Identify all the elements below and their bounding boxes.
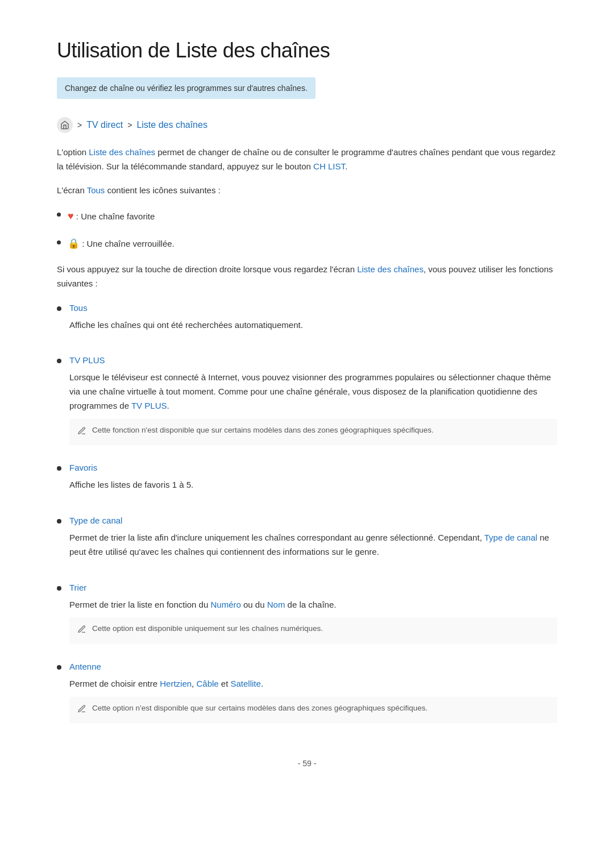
heart-icon: ♥ : Une chaîne favorite — [68, 208, 155, 225]
type-canal-before: Permet de trier la liste afin d'inclure … — [69, 533, 484, 542]
section-title-tv-plus: TV PLUS — [69, 354, 557, 367]
section-type-de-canal: Type de canal Permet de trier la liste a… — [57, 514, 557, 565]
section-title-favoris: Favoris — [69, 461, 557, 475]
section-body-tv-plus: Lorsque le téléviseur est connecté à Int… — [69, 371, 557, 413]
bullet-antenne — [57, 665, 61, 670]
tv-plus-body-after: . — [167, 401, 169, 410]
note-text-tv-plus: Cette fonction n'est disponible que sur … — [92, 425, 434, 436]
link-nom[interactable]: Nom — [267, 600, 285, 609]
section-body-favoris: Affiche les listes de favoris 1 à 5. — [69, 478, 557, 492]
icons-list: ♥ : Une chaîne favorite 🔒 : Une chaîne v… — [57, 208, 557, 251]
trier-after: de la chaîne. — [285, 600, 336, 609]
pencil-icon-tv-plus — [77, 425, 86, 440]
intro-para2-after: contient les icônes suivantes : — [105, 185, 220, 195]
antenne-before: Permet de choisir entre — [69, 679, 160, 688]
bullet-favoris — [57, 466, 61, 471]
section-content-antenne: Antenne Permet de choisir entre Hertzien… — [69, 660, 557, 723]
section-title-tous: Tous — [69, 301, 557, 315]
section-title-type-canal: Type de canal — [69, 514, 557, 528]
bullet-tv-plus — [57, 359, 61, 363]
bullet-trier — [57, 586, 61, 591]
section-body-antenne: Permet de choisir entre Hertzien, Câble … — [69, 677, 557, 691]
pencil-icon-trier — [77, 624, 86, 638]
note-text-antenne: Cette option n'est disponible que sur ce… — [92, 703, 428, 714]
link-satellite[interactable]: Satellite — [231, 679, 261, 688]
breadcrumb-separator-2: > — [127, 119, 132, 131]
link-type-canal[interactable]: Type de canal — [484, 533, 537, 542]
intro-para-2: L'écran Tous contient les icônes suivant… — [57, 184, 557, 198]
section-content-tous: Tous Affiche les chaînes qui ont été rec… — [69, 301, 557, 338]
sections-list: Tous Affiche les chaînes qui ont été rec… — [57, 301, 557, 724]
section-content-type-canal: Type de canal Permet de trier la liste a… — [69, 514, 557, 565]
section-favoris: Favoris Affiche les listes de favoris 1 … — [57, 461, 557, 498]
link-tv-plus[interactable]: TV PLUS — [131, 401, 167, 410]
bullet-dot-heart — [57, 213, 61, 217]
section-body-trier: Permet de trier la liste en fonction du … — [69, 598, 557, 612]
trier-mid: ou du — [241, 600, 267, 609]
intro-para1-after: . — [345, 161, 347, 171]
antenne-sep2: et — [219, 679, 231, 688]
note-tv-plus: Cette fonction n'est disponible que sur … — [69, 419, 557, 446]
page-footer: - 59 - — [57, 757, 557, 770]
section-content-favoris: Favoris Affiche les listes de favoris 1 … — [69, 461, 557, 498]
section-title-antenne: Antenne — [69, 660, 557, 674]
link-hertzien[interactable]: Hertzien — [160, 679, 192, 688]
link-cable[interactable]: Câble — [196, 679, 218, 688]
section-tous: Tous Affiche les chaînes qui ont été rec… — [57, 301, 557, 338]
note-text-trier: Cette option est disponible uniquement s… — [92, 623, 323, 634]
bullet-dot-lock — [57, 240, 61, 244]
section-body-type-canal: Permet de trier la liste afin d'inclure … — [69, 531, 557, 559]
list-item-heart: ♥ : Une chaîne favorite — [57, 208, 557, 225]
intro-para1-before: L'option — [57, 147, 89, 157]
section-body-tous: Affiche les chaînes qui ont été recherch… — [69, 318, 557, 333]
link-liste-chaines-1[interactable]: Liste des chaînes — [89, 147, 155, 157]
breadcrumb: > TV direct > Liste des chaînes — [57, 117, 557, 133]
breadcrumb-tv-direct: TV direct — [86, 118, 123, 132]
direction-before: Si vous appuyez sur la touche de directi… — [57, 264, 357, 274]
page-title: Utilisation de Liste des chaînes — [57, 34, 557, 67]
section-antenne: Antenne Permet de choisir entre Hertzien… — [57, 660, 557, 723]
section-tv-plus: TV PLUS Lorsque le téléviseur est connec… — [57, 354, 557, 445]
section-title-trier: Trier — [69, 581, 557, 595]
intro-para2-before: L'écran — [57, 185, 87, 195]
lock-icon: 🔒 : Une chaîne verrouillée. — [68, 236, 175, 251]
note-antenne: Cette option n'est disponible que sur ce… — [69, 697, 557, 724]
list-item-lock: 🔒 : Une chaîne verrouillée. — [57, 236, 557, 251]
pencil-icon-antenne — [77, 703, 86, 718]
link-liste-chaines-2[interactable]: Liste des chaînes — [357, 264, 424, 274]
link-tous-intro[interactable]: Tous — [87, 185, 105, 195]
trier-before: Permet de trier la liste en fonction du — [69, 600, 210, 609]
link-numero[interactable]: Numéro — [210, 600, 240, 609]
breadcrumb-separator-1: > — [77, 119, 82, 131]
antenne-after: . — [261, 679, 263, 688]
subtitle-bar: Changez de chaîne ou vérifiez les progra… — [57, 77, 316, 99]
breadcrumb-liste-chaines: Liste des chaînes — [136, 118, 208, 132]
section-content-trier: Trier Permet de trier la liste en foncti… — [69, 581, 557, 644]
section-content-tv-plus: TV PLUS Lorsque le téléviseur est connec… — [69, 354, 557, 445]
direction-intro: Si vous appuyez sur la touche de directi… — [57, 263, 557, 291]
bullet-tous — [57, 306, 61, 311]
intro-para-1: L'option Liste des chaînes permet de cha… — [57, 146, 557, 174]
link-ch-list[interactable]: CH LIST — [313, 161, 345, 171]
note-trier: Cette option est disponible uniquement s… — [69, 617, 557, 644]
section-trier: Trier Permet de trier la liste en foncti… — [57, 581, 557, 644]
home-icon — [57, 117, 73, 133]
bullet-type-canal — [57, 519, 61, 524]
